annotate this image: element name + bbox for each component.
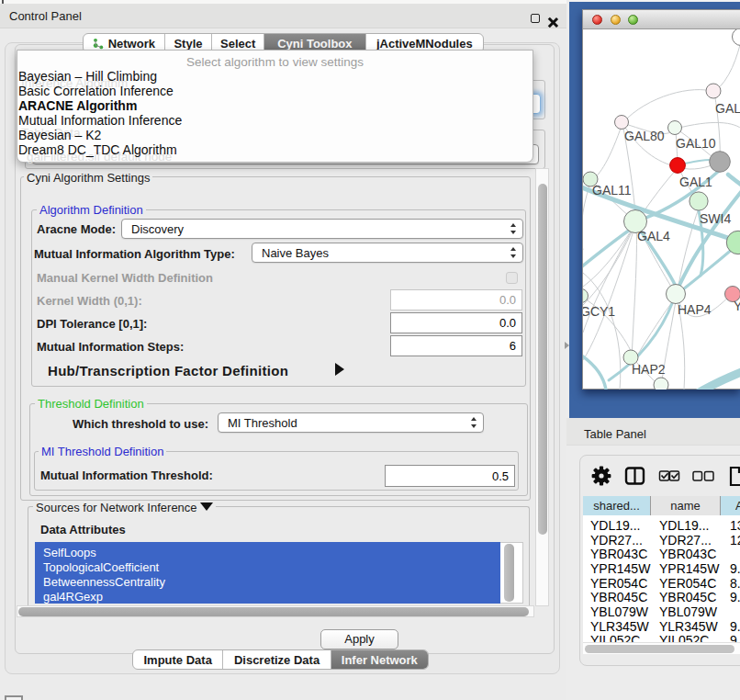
svg-text:GAL1: GAL1 [679,175,712,189]
svg-text:GAL11: GAL11 [592,183,632,198]
svg-text:GAL4: GAL4 [637,229,670,243]
svg-text:SWI4: SWI4 [700,211,731,226]
svg-text:HAP2: HAP2 [632,362,666,377]
svg-text:GAL10: GAL10 [676,136,716,151]
svg-text:GAL8: GAL8 [715,101,740,116]
svg-text:Y: Y [734,299,740,313]
svg-text:GAL80: GAL80 [624,129,665,143]
svg-text:GCY1: GCY1 [583,304,615,319]
svg-text:HAP4: HAP4 [678,302,712,317]
